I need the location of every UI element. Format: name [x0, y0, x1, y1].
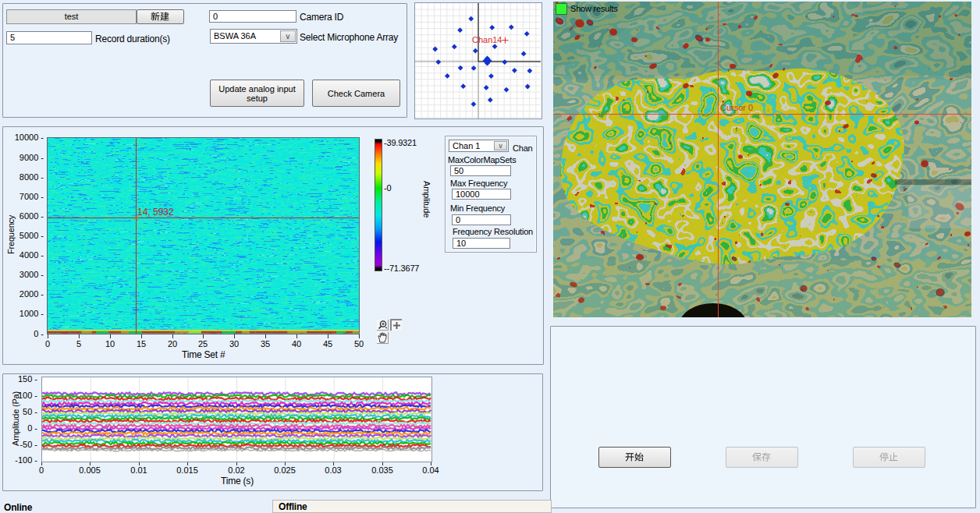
- svg-text:Cursor 0: Cursor 0: [720, 103, 753, 112]
- svg-text:14, 5932: 14, 5932: [137, 207, 174, 218]
- svg-text:Chan14: Chan14: [472, 35, 502, 44]
